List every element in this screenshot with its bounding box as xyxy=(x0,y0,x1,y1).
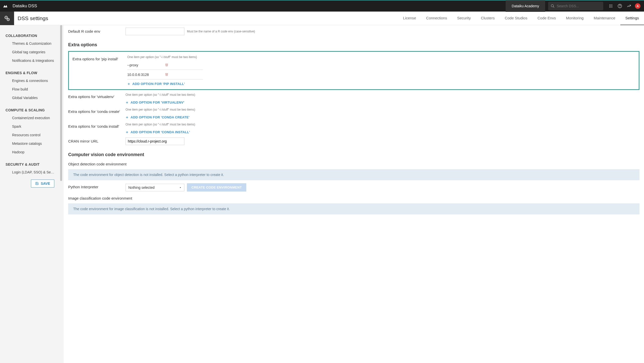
plus-icon xyxy=(126,116,129,119)
sidebar-scrollbar[interactable] xyxy=(60,25,62,181)
sidebar-item-themes[interactable]: Themes & Customization xyxy=(0,39,60,48)
sidebar-item-login[interactable]: Login (LDAP, SSO) & Secur… xyxy=(0,168,60,176)
cv-heading: Computer vision code environment xyxy=(68,152,639,157)
svg-point-7 xyxy=(612,6,612,7)
topbar: Dataiku DSS Dataiku Academy A xyxy=(0,0,644,12)
cran-input[interactable] xyxy=(126,138,184,145)
venv-options-label: Extra options for 'virtualenv' xyxy=(68,93,126,99)
gear-icon[interactable] xyxy=(0,12,14,25)
sidebar-item-spark[interactable]: Spark xyxy=(0,122,60,131)
add-conda-install-label: ADD OPTION FOR 'CONDA INSTALL' xyxy=(131,130,190,134)
page-title: DSS settings xyxy=(18,15,48,21)
py-interp-label: Python Interpreter xyxy=(68,183,126,189)
tab-connections[interactable]: Connections xyxy=(421,12,452,25)
pip-options-label: Extra options for 'pip install' xyxy=(72,55,127,61)
sidebar-item-notifications[interactable]: Notifications & Integrations xyxy=(0,56,60,65)
pip-options-hint: One item per option (so "-i /stuff" must… xyxy=(127,55,203,59)
conda-install-label: Extra options for 'conda install' xyxy=(68,123,126,128)
conda-create-label: Extra options for 'conda create' xyxy=(68,108,126,114)
sidebar-item-containerized[interactable]: Containerized execution xyxy=(0,114,60,122)
trash-icon[interactable] xyxy=(164,73,203,77)
svg-point-0 xyxy=(551,5,553,7)
py-interp-select[interactable]: Nothing selected xyxy=(126,184,184,191)
svg-point-10 xyxy=(612,7,612,8)
sidebar-item-global-vars[interactable]: Global Variables xyxy=(0,94,60,102)
cran-label: CRAN mirror URL xyxy=(68,138,126,143)
pip-option-item: --proxy xyxy=(127,60,203,70)
save-label: SAVE xyxy=(41,182,50,186)
search-input[interactable] xyxy=(557,4,601,8)
create-code-env-button[interactable]: CREATE CODE ENVIRONMENT xyxy=(187,183,246,192)
svg-point-3 xyxy=(611,5,611,5)
add-conda-create-button[interactable]: ADD OPTION FOR 'CONDA CREATE' xyxy=(126,113,189,120)
pip-options-box: Extra options for 'pip install' One item… xyxy=(68,51,639,90)
sidebar-section-collaboration: COLLABORATION xyxy=(0,31,60,39)
sidebar-item-metastore[interactable]: Metastore catalogs xyxy=(0,139,60,148)
tab-security[interactable]: Security xyxy=(452,12,476,25)
sidebar-item-flow-build[interactable]: Flow build xyxy=(0,85,60,94)
add-venv-option-label: ADD OPTION FOR 'VIRTUALENV' xyxy=(131,101,184,104)
venv-options-hint: One item per option (so "-i /stuff" must… xyxy=(126,93,201,97)
sidebar-item-engines[interactable]: Engines & connections xyxy=(0,76,60,85)
apps-icon[interactable] xyxy=(606,4,615,8)
sidebar-item-hadoop[interactable]: Hadoop xyxy=(0,148,60,156)
extra-options-heading: Extra options xyxy=(68,42,639,48)
img-cls-heading: Image classification code environment xyxy=(68,196,639,200)
activity-icon[interactable] xyxy=(624,4,633,8)
brand-logo-icon[interactable] xyxy=(0,3,11,9)
tab-code-studios[interactable]: Code Studios xyxy=(500,12,532,25)
tab-clusters[interactable]: Clusters xyxy=(476,12,500,25)
chevron-down-icon xyxy=(179,186,182,189)
img-cls-info: The code environment for image classific… xyxy=(68,203,639,214)
tab-maintenance[interactable]: Maintenance xyxy=(589,12,620,25)
help-icon[interactable] xyxy=(615,4,624,8)
conda-create-hint: One item per option (so "-i /stuff" must… xyxy=(126,108,201,111)
add-venv-option-button[interactable]: ADD OPTION FOR 'VIRTUALENV' xyxy=(126,98,184,105)
conda-install-hint: One item per option (so "-i /stuff" must… xyxy=(126,123,201,126)
save-button[interactable]: SAVE xyxy=(31,179,54,188)
plus-icon xyxy=(126,101,129,104)
tab-settings[interactable]: Settings xyxy=(620,12,644,25)
add-pip-option-label: ADD OPTION FOR 'PIP INSTALL' xyxy=(132,82,185,86)
nav-tabs: License Connections Security Clusters Co… xyxy=(398,12,644,25)
sidebar-section-compute: COMPUTE & SCALING xyxy=(0,106,60,114)
pip-option-value[interactable]: 10.0.0.6:3128 xyxy=(127,73,164,77)
svg-point-16 xyxy=(8,19,9,20)
sidebar-item-resources[interactable]: Resources control xyxy=(0,131,60,139)
py-interp-selected: Nothing selected xyxy=(128,186,154,190)
add-pip-option-button[interactable]: ADD OPTION FOR 'PIP INSTALL' xyxy=(127,79,185,87)
avatar[interactable]: A xyxy=(635,3,640,9)
brand-title: Dataiku DSS xyxy=(13,4,37,9)
pip-option-value[interactable]: --proxy xyxy=(127,63,164,67)
sidebar-section-security: SECURITY & AUDIT xyxy=(0,160,60,168)
tab-code-envs[interactable]: Code Envs xyxy=(532,12,561,25)
svg-point-14 xyxy=(6,17,7,18)
add-conda-create-label: ADD OPTION FOR 'CONDA CREATE' xyxy=(131,115,189,119)
sidebar-section-engines: ENGINES & FLOW xyxy=(0,68,60,76)
tab-monitoring[interactable]: Monitoring xyxy=(561,12,589,25)
add-conda-install-button[interactable]: ADD OPTION FOR 'CONDA INSTALL' xyxy=(126,128,190,135)
obj-det-heading: Object detection code environment xyxy=(68,162,639,166)
save-icon xyxy=(35,182,39,185)
main-content: Default R code env Must be the name of a… xyxy=(64,25,644,363)
default-r-env-label: Default R code env xyxy=(68,28,126,33)
tab-license[interactable]: License xyxy=(398,12,421,25)
svg-point-4 xyxy=(612,5,612,5)
svg-point-2 xyxy=(609,5,610,5)
sidebar-item-global-tags[interactable]: Global tag categories xyxy=(0,48,60,56)
obj-det-info: The code environment for object detectio… xyxy=(68,169,639,180)
default-r-env-input[interactable] xyxy=(126,28,184,35)
plus-icon xyxy=(126,131,129,134)
global-search[interactable] xyxy=(548,2,603,10)
sidebar: COLLABORATION Themes & Customization Glo… xyxy=(0,25,64,363)
svg-point-8 xyxy=(609,7,610,8)
trash-icon[interactable] xyxy=(164,63,203,67)
svg-line-1 xyxy=(553,7,554,8)
svg-marker-25 xyxy=(180,187,181,188)
academy-link[interactable]: Dataiku Academy xyxy=(506,0,545,12)
sub-header: DSS settings License Connections Securit… xyxy=(0,12,644,25)
search-icon xyxy=(551,4,555,8)
svg-point-5 xyxy=(609,6,610,7)
pip-option-item: 10.0.0.6:3128 xyxy=(127,70,203,79)
default-r-env-hint: Must be the name of a R code env (case-s… xyxy=(187,30,255,33)
